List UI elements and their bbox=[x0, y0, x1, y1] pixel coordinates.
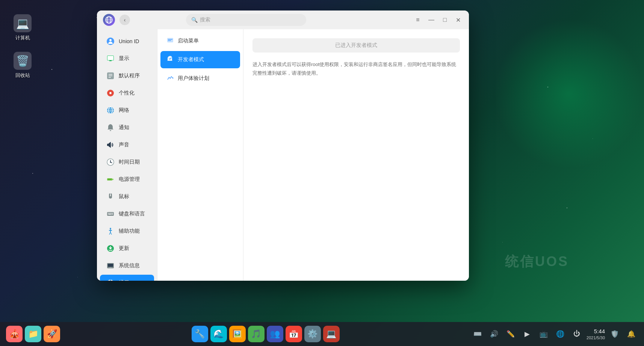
sidebar-item-personalization[interactable]: 个性化 bbox=[100, 85, 154, 101]
developer-mode-icon bbox=[166, 56, 174, 64]
taskbar-arrow-icon[interactable]: ▶ bbox=[520, 327, 534, 341]
union-id-icon bbox=[106, 37, 115, 46]
datetime-icon bbox=[106, 158, 115, 167]
svg-rect-37 bbox=[111, 213, 112, 214]
sidebar-label-union-id: Union ID bbox=[119, 38, 139, 44]
sidebar-item-datetime[interactable]: 时间日期 bbox=[100, 154, 154, 170]
sidebar-label-sysinfo: 系统信息 bbox=[119, 262, 140, 269]
sidebar-label-update: 更新 bbox=[119, 245, 129, 252]
desktop-icon-computer[interactable]: 💻 计算机 bbox=[8, 11, 38, 44]
svg-rect-34 bbox=[108, 213, 109, 214]
svg-rect-50 bbox=[108, 264, 113, 267]
sidebar-item-keyboard[interactable]: 键盘和语言 bbox=[100, 206, 154, 222]
sidebar-item-sysinfo[interactable]: 系统信息 bbox=[100, 257, 154, 274]
svg-point-15 bbox=[109, 92, 112, 94]
taskbar-volume-control[interactable]: 🔊 bbox=[487, 327, 501, 341]
sidebar-item-mouse[interactable]: 鼠标 bbox=[100, 188, 154, 205]
sidebar-item-union-id[interactable]: Union ID bbox=[100, 33, 154, 50]
mouse-icon bbox=[106, 192, 115, 201]
watermark: 统信UOS bbox=[505, 253, 569, 271]
sound-icon bbox=[106, 140, 115, 149]
menu-button[interactable]: ≡ bbox=[413, 15, 422, 24]
search-bar[interactable]: 🔍 搜索 bbox=[186, 14, 306, 26]
app-logo bbox=[103, 14, 115, 26]
svg-line-47 bbox=[110, 232, 112, 235]
svg-line-46 bbox=[109, 232, 110, 235]
boot-menu-icon bbox=[166, 37, 174, 45]
taskbar-center: 🔧 🌊 🖼️ 🎵 👥 📅 ⚙️ 💻 bbox=[63, 326, 468, 342]
svg-rect-28 bbox=[108, 179, 112, 180]
taskbar-notification-bell[interactable]: 🔔 bbox=[624, 327, 638, 341]
close-button[interactable]: ✕ bbox=[454, 15, 463, 24]
taskbar-icon-launcher[interactable]: 🚀 bbox=[44, 326, 60, 342]
network-icon bbox=[106, 106, 115, 115]
desktop-icon-trash[interactable]: 🗑️ 回收站 bbox=[8, 49, 38, 82]
middle-item-developer-mode[interactable]: 开发者模式 bbox=[160, 51, 240, 68]
svg-rect-21 bbox=[110, 130, 111, 131]
sidebar-item-accessibility[interactable]: 辅助功能 bbox=[100, 223, 154, 239]
taskbar-icon-music[interactable]: 🎵 bbox=[248, 326, 265, 342]
sidebar-item-notification[interactable]: 通知 bbox=[100, 119, 154, 136]
taskbar-shield-icon[interactable]: 🛡️ bbox=[608, 327, 621, 341]
svg-rect-40 bbox=[109, 214, 111, 215]
sidebar-item-update[interactable]: 更新 bbox=[100, 240, 154, 257]
taskbar-icon-terminal[interactable]: 💻 bbox=[323, 326, 340, 342]
middle-label-developer-mode: 开发者模式 bbox=[178, 56, 204, 63]
sidebar-item-network[interactable]: 网络 bbox=[100, 102, 154, 119]
time-value: 5:44 bbox=[587, 327, 605, 335]
sidebar-item-default-apps[interactable]: 默认程序 bbox=[100, 68, 154, 84]
svg-rect-36 bbox=[110, 213, 111, 214]
middle-item-boot-menu[interactable]: 启动菜单 bbox=[160, 32, 240, 50]
taskbar-network-icon[interactable]: 🌐 bbox=[553, 327, 567, 341]
taskbar-right: ⌨️ 🔊 ✏️ ▶ 📺 🌐 ⏻ 5:44 2021/5/30 🛡️ 🔔 bbox=[471, 327, 638, 341]
maximize-button[interactable]: □ bbox=[440, 15, 449, 24]
trash-icon: 🗑️ bbox=[14, 52, 32, 70]
sidebar-item-power[interactable]: 电源管理 bbox=[100, 171, 154, 188]
taskbar-icon-contacts[interactable]: 👥 bbox=[267, 326, 283, 342]
sidebar-label-default-apps: 默认程序 bbox=[119, 72, 140, 79]
update-icon bbox=[106, 244, 115, 253]
sidebar-label-mouse: 鼠标 bbox=[119, 193, 129, 200]
middle-label-boot-menu: 启动菜单 bbox=[178, 38, 199, 44]
sidebar-item-sound[interactable]: 声音 bbox=[100, 137, 154, 153]
svg-rect-35 bbox=[109, 213, 110, 214]
taskbar-left: 🎪 📁 🚀 bbox=[6, 326, 60, 342]
taskbar-icon-browser[interactable]: 🌊 bbox=[210, 326, 227, 342]
search-icon: 🔍 bbox=[191, 17, 198, 23]
svg-point-6 bbox=[109, 39, 112, 41]
taskbar-icon-gallery[interactable]: 🖼️ bbox=[229, 326, 246, 342]
taskbar-screen-icon[interactable]: 📺 bbox=[537, 327, 550, 341]
sidebar-item-general[interactable]: 通用 bbox=[100, 275, 154, 281]
middle-item-user-experience[interactable]: 用户体验计划 bbox=[160, 70, 240, 87]
svg-point-63 bbox=[172, 77, 174, 79]
keyboard-icon bbox=[106, 209, 115, 218]
right-content-panel: 已进入开发者模式 进入开发者模式后可以获得root使用权限，安装和运行非商店签名… bbox=[243, 29, 469, 281]
sidebar-item-display[interactable]: 显示 bbox=[100, 50, 154, 67]
computer-icon: 💻 bbox=[14, 14, 32, 32]
taskbar-keyboard-toggle[interactable]: ⌨️ bbox=[471, 327, 484, 341]
power-icon bbox=[106, 175, 115, 184]
taskbar-icon-store[interactable]: 🎪 bbox=[6, 326, 23, 342]
middle-panel: 启动菜单 开发者模式 bbox=[157, 29, 243, 281]
minimize-button[interactable]: — bbox=[427, 15, 436, 24]
taskbar-icon-files[interactable]: 📁 bbox=[25, 326, 41, 342]
computer-label: 计算机 bbox=[15, 35, 30, 41]
svg-rect-41 bbox=[111, 214, 112, 215]
taskbar-icon-calendar[interactable]: 📅 bbox=[286, 326, 302, 342]
back-button[interactable]: ‹ bbox=[119, 15, 130, 25]
sidebar-label-sound: 声音 bbox=[119, 141, 129, 148]
taskbar-clock[interactable]: 5:44 2021/5/30 bbox=[587, 327, 605, 341]
sidebar-label-datetime: 时间日期 bbox=[119, 159, 140, 165]
developer-mode-description: 进入开发者模式后可以获得root使用权限，安装和运行非商店签名应用，但同时也可能… bbox=[252, 60, 460, 78]
svg-rect-38 bbox=[112, 213, 113, 214]
sidebar-label-accessibility: 辅助功能 bbox=[119, 228, 140, 235]
taskbar-pen-icon[interactable]: ✏️ bbox=[504, 327, 517, 341]
taskbar-power-button[interactable]: ⏻ bbox=[570, 327, 584, 341]
taskbar-icon-settings[interactable]: ⚙️ bbox=[304, 326, 321, 342]
developer-mode-status-button: 已进入开发者模式 bbox=[252, 38, 460, 53]
left-sidebar: Union ID 显示 bbox=[97, 29, 157, 281]
svg-rect-22 bbox=[107, 144, 109, 146]
middle-label-user-experience: 用户体验计划 bbox=[178, 75, 209, 82]
svg-rect-8 bbox=[109, 60, 112, 61]
taskbar-icon-deepin[interactable]: 🔧 bbox=[192, 326, 208, 342]
